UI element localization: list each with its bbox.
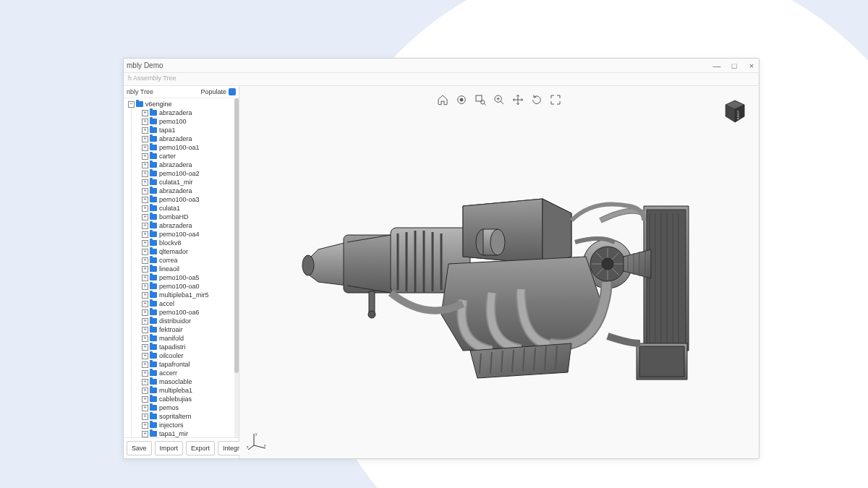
tree-node[interactable]: +tapa1_mir xyxy=(142,429,239,437)
tree-node[interactable]: +tapadistri xyxy=(142,343,239,351)
3d-viewport[interactable]: RIGHT y x z xyxy=(239,86,759,458)
close-button[interactable]: × xyxy=(747,61,756,70)
zoom-window-icon[interactable] xyxy=(474,93,487,106)
tree-node[interactable]: +sopritaltern xyxy=(142,412,239,421)
target-icon[interactable] xyxy=(455,93,468,106)
tree-node[interactable]: +pemo100-oa1 xyxy=(142,143,239,152)
export-button[interactable]: Export xyxy=(186,441,215,455)
tree-node[interactable]: +cablebujias xyxy=(142,395,239,403)
expand-icon[interactable]: + xyxy=(142,145,148,151)
tree-node[interactable]: +abrazadera xyxy=(142,187,239,195)
expand-icon[interactable]: + xyxy=(142,231,148,238)
fullscreen-icon[interactable] xyxy=(549,93,562,106)
search-input[interactable]: h Assembly Tree xyxy=(124,73,759,86)
expand-icon[interactable]: + xyxy=(142,119,148,125)
expand-icon[interactable]: + xyxy=(142,414,148,420)
tree-node[interactable]: +multipleba1_mir5 xyxy=(142,291,239,299)
tree-node[interactable]: +abrazadera xyxy=(142,160,239,169)
expand-icon[interactable]: + xyxy=(142,431,148,437)
expand-icon[interactable]: + xyxy=(142,422,148,429)
collapse-icon[interactable]: − xyxy=(128,101,135,108)
tree-node[interactable]: +pemo100-oa5 xyxy=(142,273,239,282)
tree-node[interactable]: +oilcooler xyxy=(142,351,239,360)
expand-icon[interactable]: + xyxy=(142,318,148,325)
expand-icon[interactable]: + xyxy=(142,179,148,186)
import-button[interactable]: Import xyxy=(155,441,184,455)
tree-node[interactable]: +pemo100 xyxy=(142,117,239,126)
pan-icon[interactable] xyxy=(511,93,524,106)
scrollbar-thumb[interactable] xyxy=(234,98,239,373)
tree-node[interactable]: +pemo100-oa2 xyxy=(142,169,239,178)
expand-icon[interactable]: + xyxy=(142,153,148,160)
minimize-button[interactable]: — xyxy=(712,61,721,70)
tree-node[interactable]: +pemo100-oa0 xyxy=(142,282,239,291)
expand-icon[interactable]: + xyxy=(142,110,148,116)
save-button[interactable]: Save xyxy=(127,441,152,455)
tree-node[interactable]: +distribuidor xyxy=(142,317,239,325)
tree-node[interactable]: +bombaHD xyxy=(142,213,239,221)
expand-icon[interactable]: + xyxy=(142,301,148,307)
expand-icon[interactable]: + xyxy=(142,309,148,316)
orbit-icon[interactable] xyxy=(530,93,543,106)
expand-icon[interactable]: + xyxy=(142,379,148,385)
zoom-icon[interactable] xyxy=(493,93,506,106)
axis-gizmo[interactable]: y x z xyxy=(247,429,268,451)
tree-node[interactable]: +qltemador xyxy=(142,247,239,256)
tree-root-node[interactable]: − v6engine xyxy=(127,100,239,108)
tree-node[interactable]: +pemo100-oa3 xyxy=(142,195,239,204)
tree-node[interactable]: +abrazadera xyxy=(142,221,239,230)
tree-node[interactable]: +abrazadera xyxy=(142,108,239,117)
expand-icon[interactable]: + xyxy=(142,162,148,168)
expand-icon[interactable]: + xyxy=(142,188,148,194)
populate-toggle[interactable]: Populate xyxy=(200,88,236,95)
expand-icon[interactable]: + xyxy=(142,361,148,368)
tree-node[interactable]: +correa xyxy=(142,256,239,265)
expand-icon[interactable]: + xyxy=(142,171,148,177)
tree-node[interactable]: +tapa1 xyxy=(142,126,239,134)
expand-icon[interactable]: + xyxy=(142,257,148,264)
tree-node[interactable]: +injectors xyxy=(142,421,239,429)
tree-node[interactable]: +accerr xyxy=(142,369,239,377)
expand-icon[interactable]: + xyxy=(142,197,148,203)
expand-icon[interactable]: + xyxy=(142,205,148,212)
expand-icon[interactable]: + xyxy=(142,353,148,359)
expand-icon[interactable]: + xyxy=(142,344,148,351)
tree-node[interactable]: +fektroair xyxy=(142,325,239,334)
expand-icon[interactable]: + xyxy=(142,292,148,299)
expand-icon[interactable]: + xyxy=(142,335,148,342)
expand-icon[interactable]: + xyxy=(142,275,148,281)
expand-icon[interactable]: + xyxy=(142,136,148,142)
expand-icon[interactable]: + xyxy=(142,396,148,403)
expand-icon[interactable]: + xyxy=(142,214,148,221)
tree-node[interactable]: +pemo100-oa6 xyxy=(142,308,239,317)
tree-node[interactable]: +blockv8 xyxy=(142,239,239,247)
expand-icon[interactable]: + xyxy=(142,240,148,247)
expand-icon[interactable]: + xyxy=(142,327,148,333)
tree-node[interactable]: +lineaoil xyxy=(142,265,239,273)
tree-node[interactable]: +culata1_mir xyxy=(142,178,239,187)
expand-icon[interactable]: + xyxy=(142,249,148,255)
tree-node[interactable]: +manifold xyxy=(142,334,239,343)
expand-icon[interactable]: + xyxy=(142,370,148,377)
expand-icon[interactable]: + xyxy=(142,266,148,273)
expand-icon[interactable]: + xyxy=(142,283,148,290)
maximize-button[interactable]: □ xyxy=(730,61,739,70)
tree-node[interactable]: +abrazadera xyxy=(142,134,239,143)
tree-node[interactable]: +tapafrontal xyxy=(142,360,239,369)
tree-node[interactable]: +accel xyxy=(142,299,239,308)
expand-icon[interactable]: + xyxy=(142,223,148,229)
tree-node[interactable]: +pemos xyxy=(142,403,239,412)
tree-node[interactable]: +culata1 xyxy=(142,204,239,213)
expand-icon[interactable]: + xyxy=(142,388,148,394)
action-buttons: Save Import Export Integrate xyxy=(124,437,239,458)
view-cube[interactable]: RIGHT xyxy=(724,99,746,124)
home-icon[interactable] xyxy=(436,93,449,106)
tree-node-label: sopritaltern xyxy=(159,413,192,420)
tree-node[interactable]: +pemo100-oa4 xyxy=(142,230,239,239)
tree-node[interactable]: +masoclable xyxy=(142,377,239,386)
sidebar-scrollbar[interactable] xyxy=(234,98,239,437)
tree-node[interactable]: +multipleba1 xyxy=(142,386,239,395)
expand-icon[interactable]: + xyxy=(142,127,148,134)
tree-node[interactable]: +carter xyxy=(142,152,239,160)
expand-icon[interactable]: + xyxy=(142,405,148,411)
